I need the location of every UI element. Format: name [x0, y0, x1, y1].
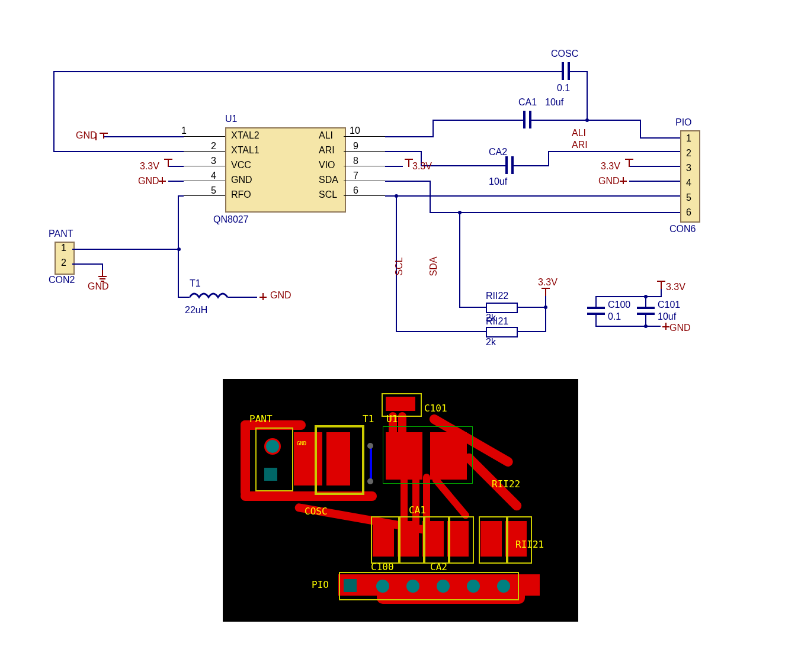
pcb-pio-outline: [339, 572, 519, 600]
wire: [385, 136, 432, 137]
wire: [432, 120, 523, 121]
pcb-ca2-label: CA2: [430, 561, 447, 573]
pcb-rii22-label: RII22: [492, 478, 520, 490]
wire: [178, 297, 190, 298]
pio-pin5: 5: [686, 192, 691, 203]
pcb-smd5: [479, 516, 507, 564]
wire: [459, 212, 460, 307]
junction: [544, 306, 547, 309]
wire: [545, 296, 546, 332]
wire: [432, 120, 434, 137]
wire: [385, 181, 430, 182]
v33-label: 3.3V: [666, 282, 685, 292]
wire: [514, 165, 549, 166]
wire: [178, 195, 179, 250]
wire: [570, 71, 588, 72]
wire: [548, 151, 680, 152]
wire: [629, 166, 680, 167]
ari-net-label: ARI: [572, 140, 588, 150]
junction: [585, 118, 589, 122]
pcb-u1-label: U1: [386, 413, 398, 425]
pio-pin3: 3: [686, 163, 691, 173]
t1-value-label: 22uH: [185, 305, 207, 316]
u1-pin6-num: 6: [353, 185, 358, 196]
wire: [53, 151, 184, 152]
rii21-ref-label: RII21: [486, 316, 508, 327]
pcb-u1-outline: [383, 426, 473, 484]
wire: [396, 331, 486, 332]
pio-pin4: 4: [686, 178, 691, 188]
pcb-smd1: [371, 516, 399, 564]
junction: [458, 211, 462, 214]
ca1-value-label: 10uf: [545, 97, 563, 108]
pcb-c101-label: C101: [424, 403, 447, 414]
schematic-view: U1 QN8027 1 XTAL2 2 XTAL1 3 VCC 4 GND 5 …: [12, 12, 801, 367]
cosc-ref-label: COSC: [551, 49, 578, 59]
u1-pin1-name: XTAL2: [231, 130, 259, 141]
u1-pin8-name: VIO: [319, 160, 335, 171]
u1-pin9-num: 9: [353, 141, 358, 152]
u1-pin4-name: GND: [231, 175, 252, 185]
gnd-label: GND: [76, 130, 97, 141]
pant-type-label: CON2: [49, 275, 75, 285]
wire: [640, 120, 641, 137]
u1-pin4-line: [184, 181, 225, 181]
u1-pin7-name: SDA: [319, 175, 338, 185]
gnd-label: GND: [669, 323, 691, 333]
wire: [430, 181, 431, 213]
wire: [72, 249, 179, 250]
res-rii22: [486, 303, 518, 313]
wire: [421, 165, 505, 166]
v33-label: 3.3V: [538, 277, 558, 288]
gnd-label: GND: [88, 281, 109, 292]
wire: [595, 296, 661, 297]
u1-pin5-name: RFO: [231, 189, 251, 200]
inductor-t1: [190, 290, 231, 307]
pcb-pant-label: PANT: [249, 413, 273, 425]
wire: [178, 249, 179, 297]
wire: [385, 195, 680, 197]
ca2-value-label: 10uf: [489, 176, 507, 187]
wire: [640, 137, 680, 139]
pio-pin6: 6: [686, 207, 691, 218]
pcb-view: PANT T1 U1 C101 GND COSC CA1 RII22 RII21…: [223, 379, 578, 622]
u1-pin9-name: ARI: [319, 145, 335, 156]
v33-label: 3.3V: [140, 161, 159, 172]
wire: [587, 120, 640, 121]
wire: [530, 120, 588, 121]
pcb-smd2: [399, 516, 424, 564]
c100-value-label: 0.1: [608, 311, 621, 322]
wire: [168, 181, 184, 182]
pcb-smd3: [424, 516, 449, 564]
u1-pin2-name: XTAL1: [231, 145, 259, 156]
u1-pin7-num: 7: [353, 171, 358, 181]
ca2-ref-label: CA2: [489, 147, 507, 157]
wire: [595, 315, 597, 327]
wire: [518, 307, 546, 308]
wire: [104, 136, 184, 137]
pcb-gnd-label: GND: [297, 441, 306, 446]
pcb-cosc-outline: [315, 425, 364, 495]
wire: [168, 166, 184, 167]
pcb-pant-outline: [255, 427, 293, 491]
pcb-ca1-label: CA1: [409, 504, 426, 516]
pcb-cosc-label: COSC: [305, 506, 328, 517]
u1-pin3-name: VCC: [231, 160, 251, 171]
wire: [661, 288, 662, 297]
junction: [644, 295, 648, 298]
wire: [228, 297, 257, 298]
u1-pin2-num: 2: [211, 141, 216, 152]
c100-ref-label: C100: [608, 300, 630, 310]
wire: [53, 71, 55, 152]
u1-pin3-line: [184, 166, 225, 166]
u1-pin5-line: [184, 195, 225, 196]
pcb-t1-label: T1: [363, 413, 374, 425]
wire: [629, 181, 680, 182]
wire: [385, 151, 421, 152]
rii22-ref-label: RII22: [486, 291, 508, 301]
wire: [72, 263, 102, 265]
wire: [595, 326, 661, 327]
gnd-label: GND: [270, 290, 291, 301]
rii21-value-label: 2k: [486, 337, 496, 348]
pcb-via1: [367, 443, 373, 449]
